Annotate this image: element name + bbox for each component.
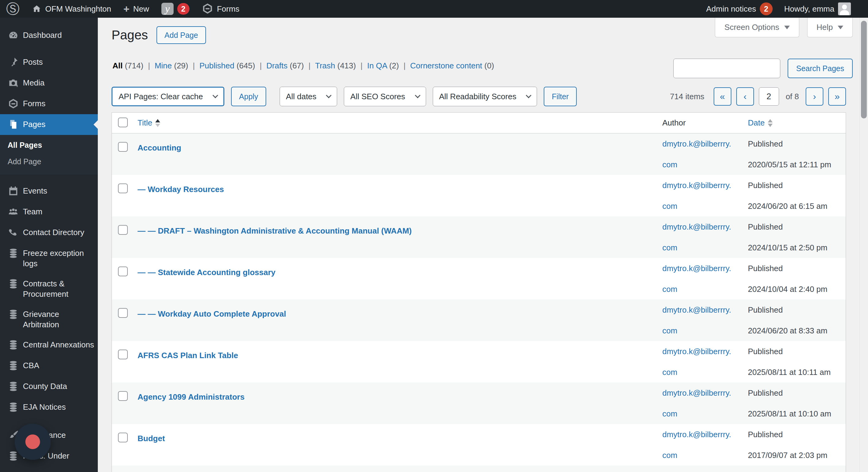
filter-link-published[interactable]: Published (645) xyxy=(199,61,255,70)
row-checkbox[interactable] xyxy=(118,391,128,401)
phone-icon xyxy=(8,227,19,238)
last-page-button[interactable]: » xyxy=(828,87,846,106)
seo-scores-select[interactable]: All SEO Scores xyxy=(344,87,426,106)
database-icon xyxy=(8,309,19,320)
recording-indicator[interactable] xyxy=(15,424,51,460)
scrollbar-track[interactable] xyxy=(860,18,868,472)
sidebar-item-cba[interactable]: CBA xyxy=(0,356,98,376)
chevron-down-icon xyxy=(326,93,332,98)
row-checkbox[interactable] xyxy=(118,433,128,442)
admin-notices-link[interactable]: Admin notices 2 xyxy=(706,2,772,15)
database-icon xyxy=(8,339,19,350)
menu-separator xyxy=(0,175,98,181)
page-title-link[interactable]: Accounting xyxy=(137,143,181,153)
select-all-checkbox[interactable] xyxy=(118,117,128,127)
author-link[interactable]: dmytro.k@bilberrry.com xyxy=(662,300,734,341)
row-checkbox[interactable] xyxy=(118,183,128,193)
sidebar-item-events[interactable]: Events xyxy=(0,181,98,202)
sidebar-item-contact-directory[interactable]: Contact Directory xyxy=(0,222,98,243)
admin-sidebar: DashboardPostsMediaFormsPagesAll PagesAd… xyxy=(0,18,98,472)
forms-label: Forms xyxy=(217,4,240,14)
table-row: — Workday Resourcesdmytro.k@bilberrry.co… xyxy=(112,175,846,216)
sidebar-item-grievance-arbitration[interactable]: Grievance Arbitration xyxy=(0,304,98,335)
author-link[interactable]: dmytro.k@bilberrry.com xyxy=(662,424,734,466)
my-account-link[interactable]: Howdy, emma xyxy=(784,2,851,15)
sidebar-item-central-annexations[interactable]: Central Annexations xyxy=(0,335,98,356)
row-checkbox[interactable] xyxy=(118,225,128,235)
page-title-link[interactable]: — — Statewide Accounting glossary xyxy=(137,268,275,277)
help-button[interactable]: Help xyxy=(807,18,853,37)
page-title-link[interactable]: Budget xyxy=(137,434,165,443)
next-page-button[interactable]: › xyxy=(806,87,824,106)
table-row: — — DRAFT – Washington Administrative & … xyxy=(112,216,846,258)
wordpress-logo-icon[interactable]: Ⓢ xyxy=(6,2,20,15)
table-row: — — Statewide Accounting glossarydmytro.… xyxy=(112,258,846,300)
status-label: Published xyxy=(748,341,846,362)
forms-link[interactable]: Forms xyxy=(202,3,240,15)
table-header: Title Author Date xyxy=(112,113,846,133)
author-link[interactable]: dmytro.k@bilberrry.com xyxy=(662,175,734,216)
new-content-link[interactable]: + New xyxy=(123,4,149,14)
filter-link-drafts[interactable]: Drafts (67) xyxy=(266,61,304,70)
submenu-item-add-page[interactable]: Add Page xyxy=(0,153,98,170)
scrollbar-thumb[interactable] xyxy=(861,21,867,119)
author-link[interactable]: dmytro.k@bilberrry.com xyxy=(662,341,734,382)
filter-link-cornerstone-content[interactable]: Cornerstone content (0) xyxy=(410,61,494,70)
site-name-link[interactable]: OFM Washinghton xyxy=(32,4,111,14)
filter-button[interactable]: Filter xyxy=(544,87,577,106)
sort-by-title-link[interactable]: Title xyxy=(137,118,152,128)
avatar xyxy=(838,2,851,15)
sidebar-item-team[interactable]: Team xyxy=(0,202,98,222)
page-title-link[interactable]: — — Workday Auto Complete Approval xyxy=(137,309,286,318)
bulk-action-select[interactable]: API Pages: Clear cache xyxy=(112,87,224,106)
row-checkbox[interactable] xyxy=(118,349,128,359)
previous-page-button[interactable]: ‹ xyxy=(736,87,754,106)
sidebar-item-posts[interactable]: Posts xyxy=(0,52,98,73)
row-checkbox[interactable] xyxy=(118,142,128,152)
author-link[interactable]: dmytro.k@bilberrry.com xyxy=(662,133,734,175)
author-link[interactable]: dmytro.k@bilberrry.com xyxy=(662,216,734,258)
submenu-item-all-pages[interactable]: All Pages xyxy=(0,137,98,153)
readability-scores-select[interactable]: All Readability Scores xyxy=(433,87,537,106)
page-title: Pages xyxy=(112,28,148,42)
screen-options-button[interactable]: Screen Options xyxy=(715,18,799,37)
sidebar-item-county-data[interactable]: County Data xyxy=(0,376,98,397)
sidebar-item-pages[interactable]: Pages xyxy=(0,114,98,135)
table-row: Budgetdmytro.k@bilberrry.comPublished201… xyxy=(112,424,846,466)
sidebar-item-eja-notices[interactable]: EJA Notices xyxy=(0,397,98,418)
sidebar-item-forms[interactable]: Forms xyxy=(0,93,98,114)
yoast-seo-link[interactable]: y 2 xyxy=(161,3,189,15)
current-page-input[interactable] xyxy=(759,87,779,106)
page-title-link[interactable]: Agency 1099 Administrators xyxy=(137,392,245,402)
page-title-link[interactable]: — Workday Resources xyxy=(137,185,224,194)
search-input[interactable] xyxy=(673,59,780,78)
sidebar-item-media[interactable]: Media xyxy=(0,73,98,93)
sort-by-date-link[interactable]: Date xyxy=(748,118,765,128)
filter-separator: | xyxy=(308,61,311,70)
page-title-link[interactable]: — — DRAFT – Washington Administrative & … xyxy=(137,226,412,235)
sidebar-item-dashboard[interactable]: Dashboard xyxy=(0,25,98,46)
table-row: AFRS CAS Plan Link Tabledmytro.k@bilberr… xyxy=(112,341,846,382)
dates-filter-select[interactable]: All dates xyxy=(280,87,337,106)
page-title-link[interactable]: AFRS CAS Plan Link Table xyxy=(137,351,238,360)
sidebar-item-contracts-procurement[interactable]: Contracts & Procurement xyxy=(0,274,98,304)
add-page-button[interactable]: Add Page xyxy=(156,26,206,44)
filter-link-in-qa[interactable]: In QA (2) xyxy=(367,61,399,70)
row-checkbox[interactable] xyxy=(118,308,128,318)
date-value: 2025/08/11 at 10:11 am xyxy=(748,362,846,382)
filter-link-all[interactable]: All (714) xyxy=(113,61,143,70)
filter-link-mine[interactable]: Mine (29) xyxy=(155,61,188,70)
row-checkbox[interactable] xyxy=(118,267,128,276)
apply-button[interactable]: Apply xyxy=(231,87,266,106)
author-link[interactable]: dmytro.k@bilberrry.com xyxy=(662,258,734,300)
admin-notices-label: Admin notices xyxy=(706,4,756,14)
database-icon xyxy=(8,278,19,290)
filter-link-trash[interactable]: Trash (413) xyxy=(315,61,356,70)
author-link[interactable]: dmytro.k@bilberrry.com xyxy=(662,466,734,472)
first-page-button[interactable]: « xyxy=(714,87,732,106)
filter-separator: | xyxy=(260,61,262,70)
sidebar-item-freeze-exception-logs[interactable]: Freeze exception logs xyxy=(0,243,98,274)
status-label: Published xyxy=(748,382,846,403)
search-pages-button[interactable]: Search Pages xyxy=(787,59,853,78)
author-link[interactable]: dmytro.k@bilberrry.com xyxy=(662,382,734,424)
